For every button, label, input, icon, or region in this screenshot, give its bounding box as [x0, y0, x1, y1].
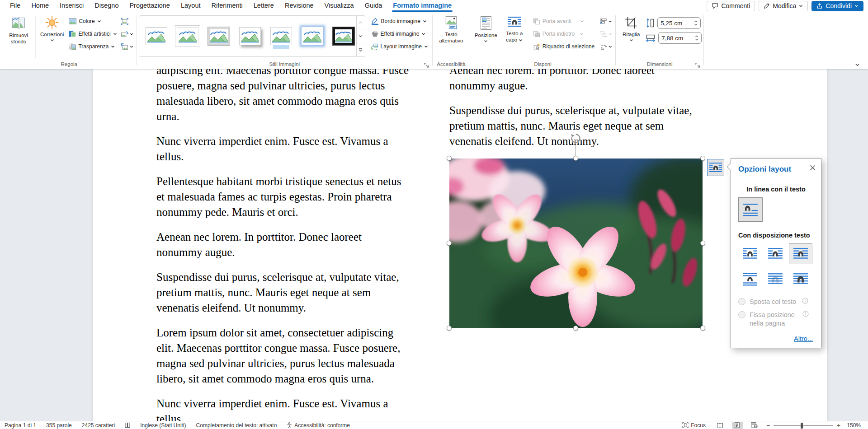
selection-handle-top-center[interactable]	[573, 156, 578, 161]
paragraph[interactable]: adipiscing elit. Maecenas porttitor cong…	[156, 69, 410, 124]
zoom-slider-thumb[interactable]	[801, 423, 803, 429]
position-button[interactable]: Posizione	[472, 13, 500, 42]
gallery-scroll-down-button[interactable]	[357, 29, 365, 42]
menu-tab-layout[interactable]: Layout	[175, 0, 206, 12]
crop-button[interactable]: Ritaglia	[618, 13, 645, 42]
menu-tab-riferimenti[interactable]: Riferimenti	[206, 0, 248, 12]
comments-button[interactable]: Commenti	[707, 1, 755, 11]
wrap-option-square[interactable]	[738, 243, 762, 264]
paragraph[interactable]: Nunc viverra imperdiet enim. Fusce est. …	[156, 396, 410, 421]
color-button[interactable]: Colore	[66, 15, 119, 28]
selection-pane-button[interactable]: Riquadro di selezione	[531, 40, 597, 53]
selection-handle-top-right[interactable]	[700, 156, 705, 161]
selection-handle-bottom-left[interactable]	[447, 326, 452, 331]
text-column-right[interactable]: Aenean nec lorem. In porttitor. Donec la…	[449, 69, 703, 421]
menu-tab-progettazione[interactable]: Progettazione	[124, 0, 175, 12]
wrap-text-button[interactable]: Testo a capo	[500, 13, 529, 43]
corrections-button[interactable]: Correzioni	[38, 13, 66, 42]
gallery-more-button[interactable]	[357, 43, 365, 56]
picture-layout-button[interactable]: Layout immagine	[369, 40, 430, 53]
menu-tab-inserisci[interactable]: Inserisci	[54, 0, 89, 12]
wrap-option-behind-text[interactable]	[764, 269, 787, 289]
chevron-up-icon	[359, 21, 363, 24]
word-count-status[interactable]: 355 parole	[46, 422, 72, 429]
paragraph[interactable]: Aenean nec lorem. In porttitor. Donec la…	[449, 69, 703, 93]
selection-handle-bottom-center[interactable]	[573, 326, 578, 331]
menu-tab-visualizza[interactable]: Visualizza	[319, 0, 359, 12]
width-spinner[interactable]	[695, 35, 698, 41]
rotate-objects-button[interactable]	[599, 40, 613, 53]
picture-style-thumbnail-1[interactable]	[146, 27, 167, 45]
zoom-slider-track[interactable]	[774, 422, 833, 429]
dialog-launcher-icon[interactable]	[695, 63, 700, 68]
web-layout-button[interactable]	[749, 422, 760, 429]
artistic-effects-button[interactable]: Effetti artistici	[66, 28, 119, 40]
zoom-in-button[interactable]: +	[837, 422, 840, 429]
picture-effects-button[interactable]: Effetti immagine	[369, 28, 430, 40]
proofing-status[interactable]	[125, 422, 130, 428]
picture-style-thumbnail-6[interactable]	[302, 27, 323, 45]
shape-height-input[interactable]: 5,25 cm	[657, 17, 701, 29]
menu-tab-lettere[interactable]: Lettere	[248, 0, 279, 12]
selection-handle-middle-right[interactable]	[700, 241, 705, 246]
text-column-left[interactable]: adipiscing elit. Maecenas porttitor cong…	[156, 69, 410, 421]
transparency-button[interactable]: Trasparenza	[66, 40, 119, 53]
read-mode-button[interactable]	[715, 422, 726, 429]
see-more-link[interactable]: Altro...	[794, 335, 813, 342]
picture-style-thumbnail-5[interactable]	[270, 27, 292, 45]
paragraph[interactable]: Aenean nec lorem. In porttitor. Donec la…	[156, 229, 410, 260]
paragraph[interactable]: Pellentesque habitant morbi tristique se…	[156, 174, 410, 220]
selection-handle-bottom-right[interactable]	[700, 326, 705, 331]
close-icon[interactable]	[810, 165, 816, 171]
popup-title: Opzioni layout	[738, 165, 814, 174]
wrap-option-top-bottom[interactable]	[738, 269, 762, 289]
print-layout-button[interactable]	[732, 422, 743, 429]
wrap-tight-icon	[768, 247, 783, 261]
alt-text-button[interactable]: Testo alternativo	[434, 13, 468, 44]
picture-style-thumbnail-4[interactable]	[239, 27, 261, 45]
dialog-launcher-icon[interactable]	[424, 63, 429, 68]
picture-style-thumbnail-7[interactable]	[333, 27, 354, 45]
change-picture-button[interactable]	[119, 28, 135, 40]
selection-handle-top-left[interactable]	[447, 156, 452, 161]
layout-options-button[interactable]	[707, 159, 724, 176]
picture-style-thumbnail-2[interactable]	[177, 27, 198, 45]
reset-picture-button[interactable]	[119, 40, 135, 53]
remove-background-button[interactable]: Rimuovi sfondo	[4, 13, 33, 45]
menu-tab-guida[interactable]: Guida	[359, 0, 388, 12]
zoom-out-button[interactable]: −	[766, 422, 770, 429]
height-spinner[interactable]	[694, 20, 698, 26]
language-status[interactable]: Inglese (Stati Uniti)	[140, 422, 186, 429]
share-button[interactable]: Condividi	[811, 1, 863, 11]
selection-handle-middle-left[interactable]	[447, 241, 452, 246]
menu-tab-home[interactable]: Home	[26, 0, 54, 12]
shape-width-input[interactable]: 7,88 cm	[658, 32, 702, 44]
menu-tab-formato-immagine[interactable]: Formato immagine	[387, 0, 457, 12]
text-completion-status[interactable]: Completamento del testo: attivato	[196, 422, 277, 429]
wrap-option-through[interactable]	[789, 243, 812, 264]
zoom-level[interactable]: 150%	[847, 422, 861, 429]
collapse-ribbon-button[interactable]	[855, 63, 860, 66]
align-objects-button[interactable]	[599, 15, 613, 28]
picture-border-button[interactable]: Bordo immagine	[369, 15, 430, 28]
accessibility-status[interactable]: Accessibilità: conforme	[287, 422, 350, 429]
ribbon-tab-bar: File Home Inserisci Disegno Progettazion…	[0, 0, 868, 12]
gallery-scroll-up-button[interactable]	[357, 16, 365, 29]
wrap-option-tight[interactable]	[764, 243, 787, 264]
selected-image[interactable]	[449, 159, 703, 328]
compress-picture-button[interactable]	[119, 15, 135, 28]
edit-mode-button[interactable]: Modifica	[759, 1, 808, 11]
paragraph[interactable]: Lorem ipsum dolor sit amet, consectetuer…	[156, 325, 410, 387]
paragraph[interactable]: Suspendisse dui purus, scelerisque at, v…	[156, 270, 410, 316]
menu-tab-disegno[interactable]: Disegno	[89, 0, 124, 12]
focus-mode-button[interactable]: Focus	[682, 422, 706, 429]
wrap-option-inline[interactable]	[738, 197, 763, 222]
menu-tab-revisione[interactable]: Revisione	[279, 0, 319, 12]
paragraph[interactable]: Nunc viverra imperdiet enim. Fusce est. …	[156, 134, 410, 164]
menu-tab-file[interactable]: File	[5, 0, 26, 12]
rotation-handle[interactable]	[570, 132, 582, 145]
page-number-status[interactable]: Pagina 1 di 1	[5, 422, 36, 429]
char-count-status[interactable]: 2425 caratteri	[82, 422, 115, 429]
picture-style-thumbnail-3[interactable]	[208, 27, 230, 45]
wrap-option-in-front[interactable]	[789, 269, 812, 289]
